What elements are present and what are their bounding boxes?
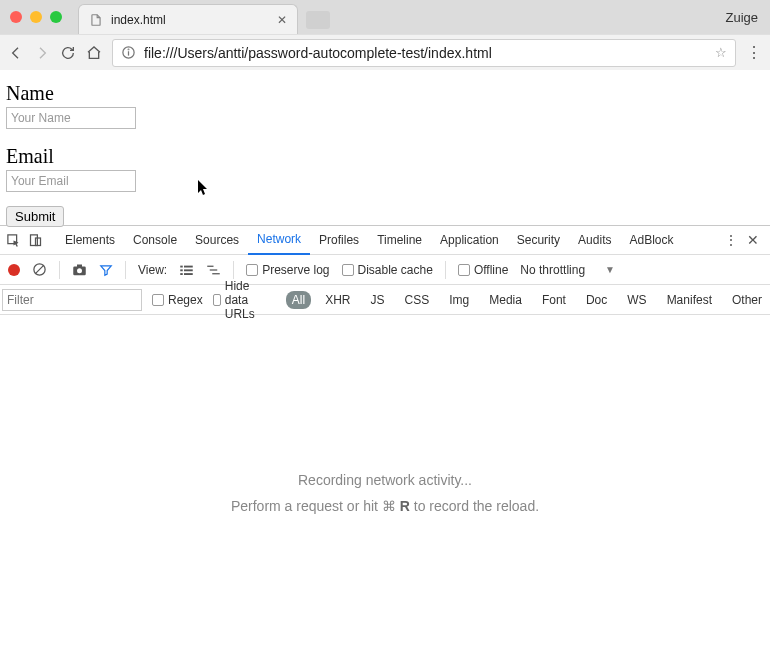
svg-rect-16 (184, 273, 193, 275)
device-toolbar-icon[interactable] (28, 233, 50, 248)
hide-data-urls-checkbox[interactable]: Hide data URLs (213, 279, 276, 321)
info-icon[interactable] (121, 45, 136, 60)
svg-rect-14 (184, 269, 193, 271)
tab-close-icon[interactable]: ✕ (277, 13, 287, 27)
browser-menu-button[interactable]: ⋮ (746, 43, 762, 62)
devtools-menu-button[interactable]: ⋮ (720, 232, 742, 248)
page-content: Name Email Submit (0, 70, 770, 225)
new-tab-button[interactable] (306, 11, 330, 29)
filter-pill-ws[interactable]: WS (621, 291, 652, 309)
record-button[interactable] (8, 264, 20, 276)
large-rows-icon[interactable] (179, 264, 194, 276)
svg-rect-4 (31, 234, 38, 245)
browser-tab[interactable]: index.html ✕ (78, 4, 298, 34)
svg-rect-12 (184, 265, 193, 267)
filter-input[interactable] (2, 289, 142, 311)
offline-checkbox[interactable]: Offline (458, 263, 508, 277)
back-button[interactable] (8, 45, 24, 61)
email-label: Email (6, 145, 764, 168)
devtools-tab-sources[interactable]: Sources (186, 226, 248, 255)
tab-title: index.html (111, 13, 269, 27)
regex-checkbox[interactable]: Regex (152, 293, 203, 307)
devtools-tab-adblock[interactable]: AdBlock (620, 226, 682, 255)
waterfall-icon[interactable] (206, 264, 221, 276)
dropdown-icon[interactable]: ▼ (605, 264, 615, 275)
network-filter-bar: Regex Hide data URLs AllXHRJSCSSImgMedia… (0, 285, 770, 315)
inspect-element-icon[interactable] (6, 233, 28, 248)
devtools-tab-security[interactable]: Security (508, 226, 569, 255)
browser-toolbar: file:///Users/antti/password-autocomplet… (0, 34, 770, 70)
devtools-tabs: ElementsConsoleSourcesNetworkProfilesTim… (56, 226, 683, 255)
home-button[interactable] (86, 45, 102, 61)
filter-pill-doc[interactable]: Doc (580, 291, 613, 309)
filter-pill-other[interactable]: Other (726, 291, 768, 309)
svg-rect-13 (180, 269, 183, 271)
devtools-tab-network[interactable]: Network (248, 226, 310, 255)
separator (445, 261, 446, 279)
filter-pill-all[interactable]: All (286, 291, 311, 309)
clear-button[interactable] (32, 262, 47, 277)
devtools-tab-profiles[interactable]: Profiles (310, 226, 368, 255)
close-window-button[interactable] (10, 11, 22, 23)
filter-pill-js[interactable]: JS (365, 291, 391, 309)
svg-line-7 (35, 265, 44, 274)
address-bar[interactable]: file:///Users/antti/password-autocomplet… (112, 39, 736, 67)
filter-pill-manifest[interactable]: Manifest (661, 291, 718, 309)
devtools-panel: ElementsConsoleSourcesNetworkProfilesTim… (0, 225, 770, 669)
network-empty-state: Recording network activity... Perform a … (0, 315, 770, 669)
name-label: Name (6, 82, 764, 105)
view-label: View: (138, 263, 167, 277)
separator (59, 261, 60, 279)
empty-line1: Recording network activity... (298, 472, 472, 488)
devtools-tabbar: ElementsConsoleSourcesNetworkProfilesTim… (0, 226, 770, 255)
svg-point-9 (77, 268, 82, 273)
disable-cache-checkbox[interactable]: Disable cache (342, 263, 433, 277)
svg-rect-15 (180, 273, 183, 275)
devtools-tab-console[interactable]: Console (124, 226, 186, 255)
separator (125, 261, 126, 279)
profile-name[interactable]: Zuige (725, 0, 758, 34)
filter-pill-media[interactable]: Media (483, 291, 528, 309)
svg-rect-11 (180, 265, 183, 267)
devtools-close-button[interactable]: ✕ (742, 232, 764, 248)
filter-icon[interactable] (99, 263, 113, 277)
devtools-tab-elements[interactable]: Elements (56, 226, 124, 255)
submit-button[interactable]: Submit (6, 206, 64, 227)
tab-strip: index.html ✕ Zuige (0, 0, 770, 34)
filter-pill-xhr[interactable]: XHR (319, 291, 356, 309)
filter-pill-img[interactable]: Img (443, 291, 475, 309)
separator (233, 261, 234, 279)
filter-pill-font[interactable]: Font (536, 291, 572, 309)
devtools-tab-audits[interactable]: Audits (569, 226, 620, 255)
devtools-tab-timeline[interactable]: Timeline (368, 226, 431, 255)
minimize-window-button[interactable] (30, 11, 42, 23)
svg-rect-10 (77, 265, 82, 268)
preserve-log-checkbox[interactable]: Preserve log (246, 263, 329, 277)
throttling-select[interactable]: No throttling (520, 263, 585, 277)
name-input[interactable] (6, 107, 136, 129)
devtools-tab-application[interactable]: Application (431, 226, 508, 255)
svg-point-2 (128, 49, 129, 50)
page-icon (89, 13, 103, 27)
reload-button[interactable] (60, 45, 76, 61)
bookmark-star-icon[interactable]: ☆ (715, 45, 727, 60)
cmd-key-icon: ⌘ (382, 498, 396, 514)
filter-pill-css[interactable]: CSS (399, 291, 436, 309)
maximize-window-button[interactable] (50, 11, 62, 23)
url-text: file:///Users/antti/password-autocomplet… (144, 45, 707, 61)
screenshot-icon[interactable] (72, 263, 87, 276)
empty-line2: Perform a request or hit ⌘ R to record t… (231, 498, 539, 514)
browser-chrome: index.html ✕ Zuige file:///Users/antti/p… (0, 0, 770, 70)
network-toolbar: View: Preserve log Disable cache Offline… (0, 255, 770, 285)
email-input[interactable] (6, 170, 136, 192)
forward-button[interactable] (34, 45, 50, 61)
window-controls[interactable] (0, 0, 62, 34)
filter-type-pills: AllXHRJSCSSImgMediaFontDocWSManifestOthe… (286, 291, 768, 309)
